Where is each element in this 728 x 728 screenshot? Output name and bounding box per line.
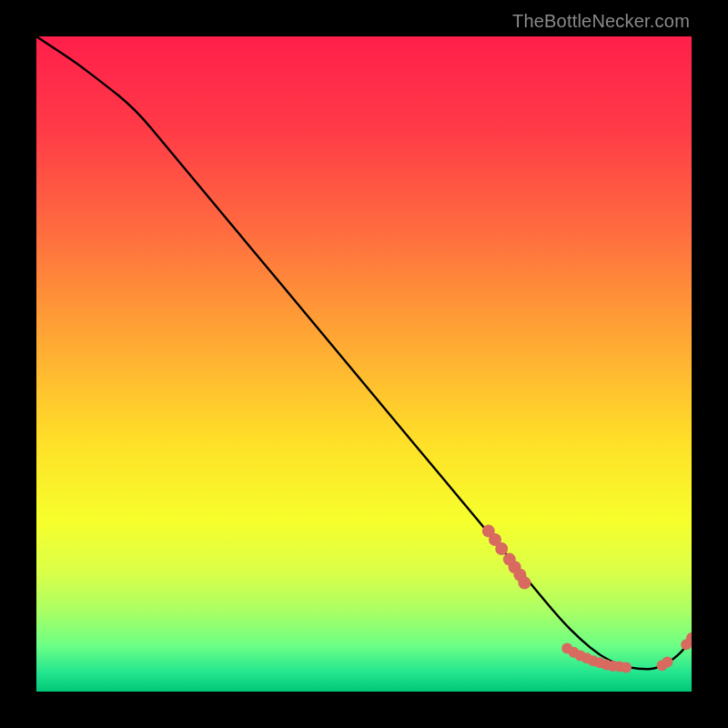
chart-svg [36, 36, 692, 692]
data-point [518, 577, 531, 590]
chart-frame: TheBottleNecker.com [0, 0, 728, 728]
gradient-background [36, 36, 692, 692]
watermark-text: TheBottleNecker.com [512, 11, 690, 32]
data-point [495, 542, 508, 555]
plot-area [36, 36, 692, 692]
data-point [621, 662, 632, 672]
data-point [662, 657, 672, 668]
